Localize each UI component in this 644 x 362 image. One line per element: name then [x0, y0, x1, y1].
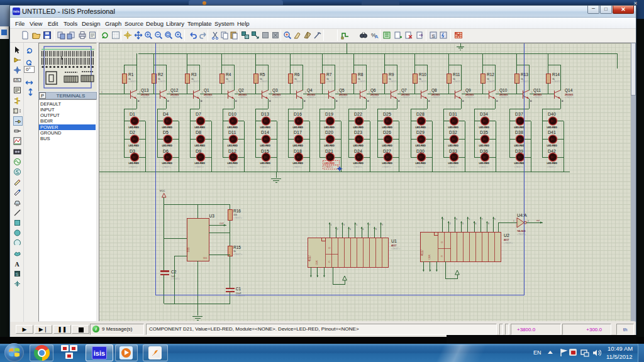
svg-text:1k: 1k: [158, 78, 160, 80]
svg-text:1k: 1k: [326, 78, 329, 80]
svg-text:LED-RED: LED-RED: [514, 145, 525, 147]
svg-text:D37: D37: [515, 112, 523, 116]
svg-text:D29: D29: [416, 130, 425, 134]
svg-text:3: 3: [456, 218, 457, 221]
svg-text:Q4: Q4: [307, 88, 313, 93]
svg-text:D3: D3: [130, 149, 135, 153]
svg-text:U4:A: U4:A: [517, 213, 527, 217]
svg-text:D8: D8: [196, 130, 201, 134]
svg-text:1k: 1k: [260, 78, 262, 80]
svg-text:2N3905: 2N3905: [204, 94, 212, 96]
svg-text:D27: D27: [383, 149, 391, 153]
svg-text:A: A: [375, 34, 379, 40]
svg-text:LED-RED: LED-RED: [195, 126, 206, 129]
svg-text:3: 3: [343, 224, 345, 226]
svg-text:Q3: Q3: [272, 88, 278, 93]
svg-text:D40: D40: [548, 112, 556, 116]
svg-text:D6: D6: [163, 149, 169, 153]
svg-text:LED-RED: LED-RED: [162, 126, 173, 129]
svg-text:1: 1: [202, 91, 203, 94]
svg-text:<TEXT>: <TEXT>: [479, 166, 489, 168]
svg-text:D35: D35: [480, 130, 488, 134]
svg-text:D15: D15: [261, 149, 269, 153]
svg-text:D5: D5: [163, 130, 169, 134]
svg-text:CLK: CLK: [428, 255, 431, 260]
svg-text:D26: D26: [383, 130, 391, 134]
svg-text:Q8: Q8: [431, 88, 437, 93]
svg-text:LED-RED: LED-RED: [129, 145, 140, 147]
svg-text:<TEXT>: <TEXT>: [325, 166, 334, 168]
svg-text:D11: D11: [228, 130, 236, 134]
svg-text:LED-RED: LED-RED: [479, 145, 490, 147]
svg-text:LED-RED: LED-RED: [479, 126, 490, 129]
svg-text:C: C: [441, 255, 443, 258]
svg-text:5: 5: [469, 218, 470, 221]
svg-text:<TEXT>: <TEXT>: [565, 96, 574, 99]
svg-text:<TEXT>: <TEXT>: [272, 96, 282, 99]
svg-text:LED-RED: LED-RED: [325, 145, 335, 147]
svg-text:2N3905: 2N3905: [339, 94, 347, 96]
svg-text:1: 1: [331, 224, 332, 226]
svg-text:Q12: Q12: [170, 88, 179, 93]
svg-text:1: 1: [337, 91, 338, 94]
svg-text:D38: D38: [515, 130, 523, 134]
svg-text:R5: R5: [260, 72, 265, 77]
svg-text:Q13: Q13: [141, 88, 149, 93]
svg-text:<TEXT>: <TEXT>: [339, 96, 348, 99]
svg-text:S: S: [432, 33, 435, 39]
svg-text:D1: D1: [130, 112, 135, 116]
svg-text:LED-RED: LED-RED: [293, 162, 304, 165]
svg-text:R2: R2: [158, 72, 164, 77]
svg-text:LED-RED: LED-RED: [260, 145, 271, 147]
svg-text:Q11: Q11: [533, 88, 541, 93]
svg-text:R3: R3: [191, 72, 197, 77]
svg-text:LED-RED: LED-RED: [293, 145, 304, 147]
svg-text:1k: 1k: [294, 78, 297, 80]
svg-text:<TEXT>: <TEXT>: [260, 166, 270, 168]
svg-text:1k: 1k: [226, 78, 228, 80]
svg-text:2N3905: 2N3905: [431, 94, 440, 96]
svg-text:D10: D10: [228, 112, 236, 116]
svg-text:4017: 4017: [308, 255, 311, 261]
svg-text:1: 1: [497, 91, 499, 94]
svg-text:1: 1: [305, 91, 306, 94]
svg-text:D39: D39: [515, 149, 523, 153]
svg-text:<TEXT>: <TEXT>: [504, 242, 513, 244]
svg-text:D12: D12: [228, 149, 236, 153]
svg-text:OUT: OUT: [219, 222, 224, 225]
svg-text:D14: D14: [261, 130, 269, 134]
svg-text:10k: 10k: [233, 214, 237, 216]
svg-text:D22: D22: [354, 112, 362, 116]
svg-text:LED-RED: LED-RED: [129, 126, 140, 129]
svg-text:LED-RED: LED-RED: [195, 162, 206, 165]
svg-text:<TEXT>: <TEXT>: [382, 166, 392, 168]
svg-text:1k: 1k: [487, 78, 489, 80]
svg-text:D19: D19: [325, 112, 333, 116]
svg-text:1: 1: [464, 91, 465, 94]
svg-text:1k: 1k: [191, 78, 194, 80]
svg-text:C1: C1: [236, 287, 242, 291]
svg-text:out: out: [536, 219, 540, 222]
svg-text:VCC: VCC: [160, 189, 165, 192]
svg-text:<TEXT>: <TEXT>: [448, 166, 458, 168]
svg-text:6: 6: [475, 222, 477, 225]
svg-text:1k: 1k: [453, 78, 455, 80]
svg-text:LED-RED: LED-RED: [228, 126, 238, 129]
svg-text:LED-RED: LED-RED: [325, 162, 335, 165]
svg-text:1: 1: [430, 91, 431, 94]
svg-text:R11: R11: [453, 72, 460, 77]
svg-text:10uF: 10uF: [236, 292, 242, 295]
svg-text:LED-RED: LED-RED: [293, 126, 304, 129]
svg-text:D36: D36: [480, 149, 488, 153]
svg-text:1: 1: [443, 218, 445, 221]
svg-text:A: A: [15, 260, 20, 267]
svg-text:LED-RED: LED-RED: [382, 126, 393, 129]
svg-text:LED-RED: LED-RED: [416, 162, 426, 165]
svg-text:D25: D25: [383, 112, 391, 116]
svg-text:Q6: Q6: [370, 88, 376, 93]
svg-text:2N3905: 2N3905: [307, 94, 315, 96]
svg-text:<TEXT>: <TEXT>: [233, 217, 243, 219]
svg-text:LED-RED: LED-RED: [228, 162, 238, 165]
svg-text:D31: D31: [449, 112, 457, 116]
svg-text:1: 1: [513, 220, 514, 222]
